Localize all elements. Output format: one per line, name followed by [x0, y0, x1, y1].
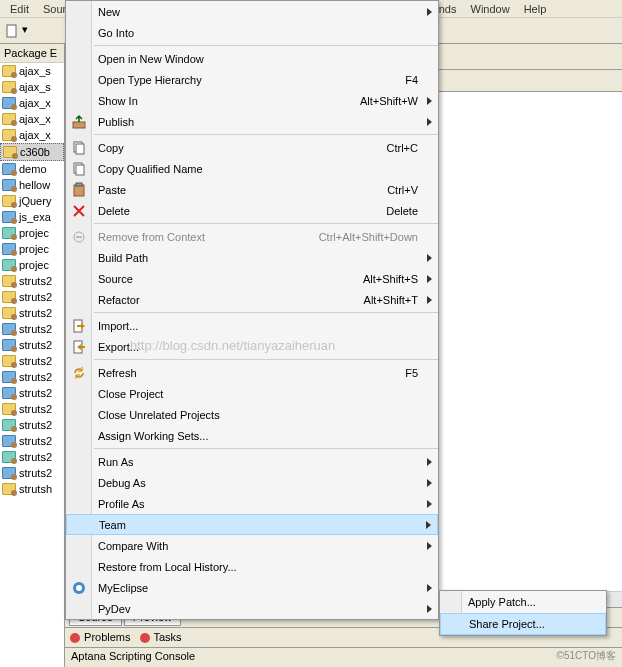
package-item[interactable]: struts2	[0, 273, 64, 289]
menu-item-publish[interactable]: Publish	[66, 111, 438, 132]
package-item[interactable]: ajax_s	[0, 63, 64, 79]
submenu-arrow-icon	[427, 254, 432, 262]
dropdown-icon[interactable]: ▾	[22, 23, 38, 39]
package-label: ajax_x	[19, 113, 51, 125]
svg-point-21	[76, 585, 82, 591]
menu-item-show-in[interactable]: Show InAlt+Shift+W	[66, 90, 438, 111]
package-item[interactable]: js_exa	[0, 209, 64, 225]
delete-icon	[71, 203, 87, 219]
menu-item-copy-qualified-name[interactable]: Copy Qualified Name	[66, 158, 438, 179]
submenu-arrow-icon	[427, 275, 432, 283]
menu-item-restore-from-local-history-[interactable]: Restore from Local History...	[66, 556, 438, 577]
remove-icon	[71, 229, 87, 245]
package-label: struts2	[19, 339, 52, 351]
menu-window[interactable]: Window	[471, 3, 510, 15]
project-icon	[2, 483, 16, 495]
package-label: projec	[19, 243, 49, 255]
new-icon[interactable]	[4, 23, 20, 39]
project-icon	[2, 467, 16, 479]
package-item[interactable]: struts2	[0, 321, 64, 337]
menu-shortcut: Alt+Shift+S	[363, 273, 418, 285]
menu-item-debug-as[interactable]: Debug As	[66, 472, 438, 493]
package-item[interactable]: demo	[0, 161, 64, 177]
menu-label: Assign Working Sets...	[98, 430, 418, 442]
package-label: strutsh	[19, 483, 52, 495]
menu-item-compare-with[interactable]: Compare With	[66, 535, 438, 556]
package-label: demo	[19, 163, 47, 175]
project-icon	[2, 339, 16, 351]
menu-item-paste[interactable]: PasteCtrl+V	[66, 179, 438, 200]
menu-separator	[94, 134, 438, 135]
menu-item-pydev[interactable]: PyDev	[66, 598, 438, 619]
package-label: struts2	[19, 419, 52, 431]
menu-label: Paste	[98, 184, 387, 196]
menu-item-go-into[interactable]: Go Into	[66, 22, 438, 43]
submenu-arrow-icon	[427, 605, 432, 613]
menu-item-myeclipse[interactable]: MyEclipse	[66, 577, 438, 598]
submenu-item-share-project-[interactable]: Share Project...	[440, 613, 606, 635]
menu-item-assign-working-sets-[interactable]: Assign Working Sets...	[66, 425, 438, 446]
package-explorer: Package E ajax_sajax_sajax_xajax_xajax_x…	[0, 44, 65, 667]
package-item[interactable]: jQuery	[0, 193, 64, 209]
menu-shortcut: Delete	[386, 205, 418, 217]
menu-edit[interactable]: Edit	[10, 3, 29, 15]
package-label: struts2	[19, 451, 52, 463]
menu-item-team[interactable]: Team	[66, 514, 438, 535]
menu-label: MyEclipse	[98, 582, 418, 594]
package-item[interactable]: ajax_x	[0, 95, 64, 111]
package-label: struts2	[19, 403, 52, 415]
package-item[interactable]: struts2	[0, 289, 64, 305]
menu-item-refactor[interactable]: RefactorAlt+Shift+T	[66, 289, 438, 310]
context-menu: NewGo IntoOpen in New WindowOpen Type Hi…	[65, 0, 439, 620]
package-item[interactable]: projec	[0, 257, 64, 273]
menu-item-profile-as[interactable]: Profile As	[66, 493, 438, 514]
menu-item-run-as[interactable]: Run As	[66, 451, 438, 472]
project-icon	[2, 435, 16, 447]
package-item[interactable]: struts2	[0, 401, 64, 417]
package-item[interactable]: strutsh	[0, 481, 64, 497]
package-item[interactable]: struts2	[0, 465, 64, 481]
package-item[interactable]: projec	[0, 225, 64, 241]
menu-item-open-in-new-window[interactable]: Open in New Window	[66, 48, 438, 69]
svg-point-9	[140, 633, 150, 643]
package-item[interactable]: struts2	[0, 385, 64, 401]
menu-item-close-unrelated-projects[interactable]: Close Unrelated Projects	[66, 404, 438, 425]
menu-shortcut: Ctrl+C	[387, 142, 418, 154]
package-item[interactable]: ajax_x	[0, 111, 64, 127]
menu-item-export-[interactable]: Export...	[66, 336, 438, 357]
package-item[interactable]: c360b	[0, 143, 64, 161]
menu-item-close-project[interactable]: Close Project	[66, 383, 438, 404]
menu-item-build-path[interactable]: Build Path	[66, 247, 438, 268]
menu-item-delete[interactable]: DeleteDelete	[66, 200, 438, 221]
menu-item-open-type-hierarchy[interactable]: Open Type HierarchyF4	[66, 69, 438, 90]
menu-item-copy[interactable]: CopyCtrl+C	[66, 137, 438, 158]
package-item[interactable]: struts2	[0, 353, 64, 369]
package-item[interactable]: struts2	[0, 305, 64, 321]
view-tab-problems[interactable]: Problems	[69, 631, 131, 644]
package-item[interactable]: projec	[0, 241, 64, 257]
export-icon	[71, 339, 87, 355]
menu-label: Source	[98, 273, 363, 285]
project-icon	[2, 227, 16, 239]
package-item[interactable]: ajax_x	[0, 127, 64, 143]
submenu-label: Share Project...	[469, 618, 545, 630]
import-icon	[71, 318, 87, 334]
menu-item-import-[interactable]: Import...	[66, 315, 438, 336]
svg-point-8	[70, 633, 80, 643]
menu-help[interactable]: Help	[524, 3, 547, 15]
package-item[interactable]: ajax_s	[0, 79, 64, 95]
project-icon	[2, 355, 16, 367]
menu-item-source[interactable]: SourceAlt+Shift+S	[66, 268, 438, 289]
submenu-item-apply-patch-[interactable]: Apply Patch...	[440, 591, 606, 613]
package-item[interactable]: struts2	[0, 337, 64, 353]
submenu-arrow-icon	[427, 97, 432, 105]
package-item[interactable]: struts2	[0, 369, 64, 385]
package-item[interactable]: struts2	[0, 449, 64, 465]
package-item[interactable]: struts2	[0, 433, 64, 449]
view-tab-tasks[interactable]: Tasks	[139, 631, 182, 644]
menu-item-new[interactable]: New	[66, 1, 438, 22]
menu-label: Refactor	[98, 294, 364, 306]
package-item[interactable]: struts2	[0, 417, 64, 433]
package-item[interactable]: hellow	[0, 177, 64, 193]
menu-item-refresh[interactable]: RefreshF5	[66, 362, 438, 383]
